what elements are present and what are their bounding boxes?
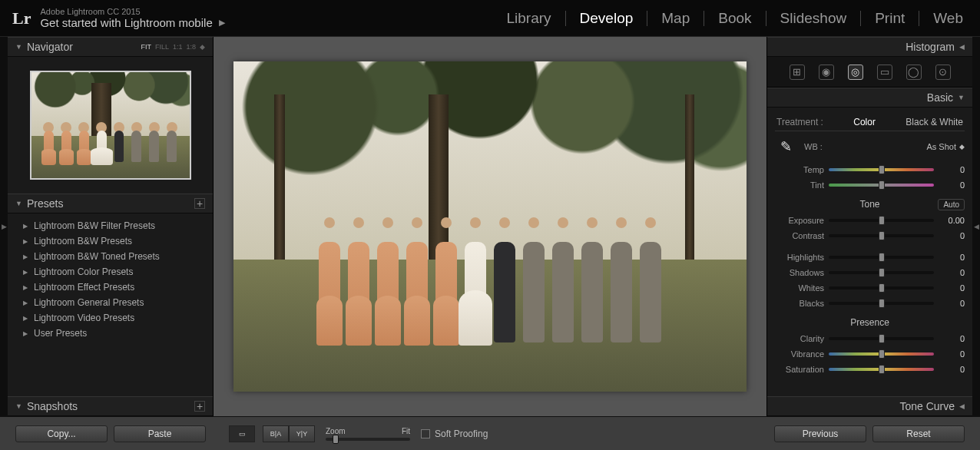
preset-folder[interactable]: ▶User Presets	[8, 326, 213, 341]
triangle-down-icon: ▼	[15, 200, 22, 207]
module-book[interactable]: Book	[707, 10, 762, 27]
chevron-updown-icon: ◆	[959, 143, 965, 151]
app-logo: Lr	[6, 8, 37, 28]
preset-folder[interactable]: ▶Lightroom General Presets	[8, 295, 213, 310]
snapshots-title: Snapshots	[27, 400, 78, 412]
wb-label: WB :	[804, 142, 823, 151]
right-panel: Histogram ◀ ⊞ ◉ ◎ ▭ ◯ ⊙ Basic ▼ Treatmen…	[766, 37, 972, 416]
presets-header[interactable]: ▼ Presets +	[8, 194, 213, 213]
paste-button[interactable]: Paste	[114, 425, 206, 442]
eyedropper-icon[interactable]: ✎	[775, 136, 796, 157]
module-map[interactable]: Map	[651, 10, 700, 27]
treatment-bw[interactable]: Black & White	[906, 117, 963, 127]
triangle-right-icon: ▶	[23, 330, 28, 337]
gradient-tool[interactable]: ▭	[877, 65, 892, 80]
wb-dropdown[interactable]: As Shot ◆	[926, 142, 965, 151]
triangle-down-icon: ▼	[958, 94, 965, 101]
view-mode-buttons: ▭ B|A Y|Y	[229, 425, 315, 442]
brush-tool[interactable]: ⊙	[935, 65, 951, 80]
zoom-slider[interactable]	[326, 438, 410, 441]
highlights-slider[interactable]	[829, 256, 934, 259]
module-picker: Library Develop Map Book Slideshow Print…	[496, 10, 975, 27]
shadows-slider[interactable]	[829, 271, 934, 274]
module-slideshow[interactable]: Slideshow	[770, 10, 858, 27]
presets-list: ▶Lightroom B&W Filter Presets ▶Lightroom…	[8, 213, 213, 346]
triangle-right-icon: ▶	[23, 299, 28, 306]
triangle-right-icon: ▶	[23, 315, 28, 322]
preset-folder[interactable]: ▶Lightroom Color Presets	[8, 264, 213, 280]
triangle-right-icon: ▶	[23, 238, 28, 245]
loupe-area	[214, 37, 766, 416]
play-icon[interactable]: ▶	[219, 18, 225, 28]
auto-tone-button[interactable]: Auto	[938, 199, 965, 210]
left-panel-toggle[interactable]: ▶	[0, 37, 8, 416]
preset-folder[interactable]: ▶Lightroom B&W Filter Presets	[8, 218, 213, 233]
basic-panel: Treatment : Color Black & White ✎ WB : A…	[767, 108, 972, 383]
nav-zoom-fill[interactable]: FILL	[155, 43, 169, 51]
crop-tool[interactable]: ⊞	[790, 65, 805, 80]
soft-proofing-checkbox[interactable]: Soft Proofing	[421, 428, 488, 439]
before-after-tb-button[interactable]: Y|Y	[289, 425, 315, 442]
tone-curve-header[interactable]: Tone Curve ◀	[767, 396, 972, 416]
radial-tool[interactable]: ◯	[906, 65, 922, 80]
tint-slider[interactable]	[829, 184, 934, 187]
zoom-control[interactable]: ZoomFit	[326, 427, 410, 441]
right-panel-toggle[interactable]: ◀	[972, 37, 980, 416]
blacks-slider[interactable]	[829, 302, 934, 305]
previous-button[interactable]: Previous	[774, 425, 866, 442]
checkbox-icon	[421, 429, 430, 438]
main-photo[interactable]	[233, 61, 747, 392]
reset-button[interactable]: Reset	[872, 425, 965, 442]
preset-folder[interactable]: ▶Lightroom B&W Presets	[8, 233, 213, 249]
module-develop[interactable]: Develop	[569, 10, 644, 27]
module-print[interactable]: Print	[864, 10, 915, 27]
triangle-down-icon: ▼	[15, 43, 22, 51]
module-library[interactable]: Library	[496, 10, 562, 27]
spot-tool[interactable]: ◉	[819, 65, 834, 80]
triangle-right-icon: ▶	[23, 223, 28, 230]
triangle-right-icon: ▶	[23, 253, 28, 260]
triangle-right-icon: ▶	[23, 269, 28, 276]
temp-slider[interactable]	[829, 168, 934, 171]
snapshots-header[interactable]: ▼ Snapshots +	[8, 396, 213, 416]
whites-slider[interactable]	[829, 286, 934, 290]
triangle-left-icon: ◀	[959, 43, 965, 51]
treatment-color[interactable]: Color	[853, 117, 876, 127]
add-snapshot-button[interactable]: +	[194, 401, 205, 412]
presets-title: Presets	[27, 197, 63, 210]
topbar: Lr Adobe Lightroom CC 2015 Get started w…	[0, 0, 980, 37]
exposure-slider[interactable]	[829, 219, 934, 222]
triangle-down-icon: ▼	[15, 402, 22, 410]
preset-folder[interactable]: ▶Lightroom B&W Toned Presets	[8, 249, 213, 264]
redeye-tool[interactable]: ◎	[848, 65, 863, 80]
bottom-toolbar: Copy... Paste ▭ B|A Y|Y ZoomFit Soft Pro…	[0, 416, 980, 450]
navigator-preview[interactable]	[8, 57, 213, 194]
navigator-header[interactable]: ▼ Navigator FIT FILL 1:1 1:8 ◆	[8, 37, 213, 57]
module-web[interactable]: Web	[922, 10, 974, 27]
triangle-right-icon: ▶	[23, 284, 28, 291]
preset-folder[interactable]: ▶Lightroom Effect Presets	[8, 280, 213, 295]
tone-curve-title: Tone Curve	[899, 400, 955, 412]
nav-zoom-fit[interactable]: FIT	[141, 43, 151, 51]
histogram-header[interactable]: Histogram ◀	[767, 37, 972, 57]
preset-folder[interactable]: ▶Lightroom Video Presets	[8, 310, 213, 326]
vibrance-slider[interactable]	[829, 352, 934, 356]
treatment-label: Treatment :	[776, 117, 823, 127]
navigator-title: Navigator	[27, 41, 73, 53]
loupe-view-button[interactable]: ▭	[229, 425, 255, 442]
tool-strip: ⊞ ◉ ◎ ▭ ◯ ⊙	[767, 57, 972, 88]
before-after-lr-button[interactable]: B|A	[263, 425, 289, 442]
subtitle-link[interactable]: Get started with Lightroom mobile	[40, 16, 212, 29]
nav-zoom-1to1[interactable]: 1:1	[173, 43, 183, 51]
copy-button[interactable]: Copy...	[15, 425, 108, 442]
saturation-slider[interactable]	[829, 368, 934, 371]
chevron-updown-icon[interactable]: ◆	[200, 43, 205, 51]
add-preset-button[interactable]: +	[194, 198, 205, 209]
left-panel: ▼ Navigator FIT FILL 1:1 1:8 ◆	[8, 37, 214, 416]
nav-zoom-ratio[interactable]: 1:8	[186, 43, 196, 51]
histogram-title: Histogram	[906, 41, 955, 53]
clarity-slider[interactable]	[829, 337, 934, 340]
basic-header[interactable]: Basic ▼	[767, 88, 972, 108]
triangle-left-icon: ◀	[959, 402, 965, 410]
contrast-slider[interactable]	[829, 234, 934, 237]
